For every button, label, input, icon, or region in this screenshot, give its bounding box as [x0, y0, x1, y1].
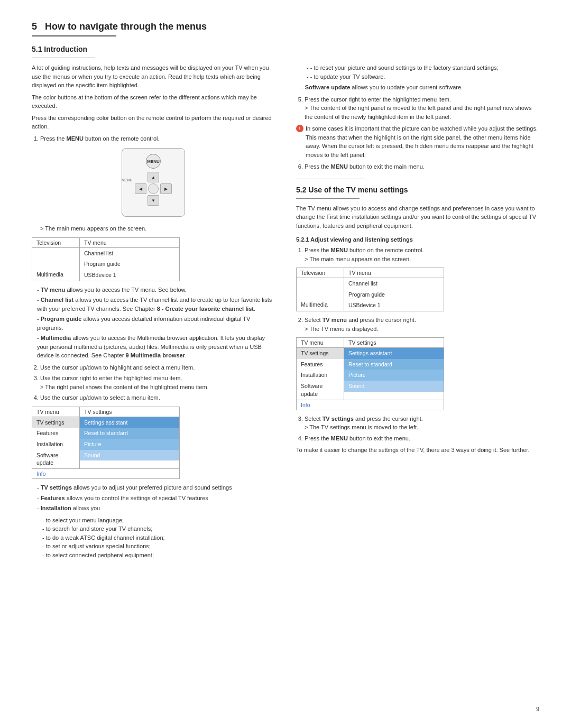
- menu-left-multimedia: Multimedia: [32, 269, 79, 280]
- step-3: Use the cursor right to enter the highli…: [40, 374, 275, 391]
- tv-settings-bold-s3: TV settings: [323, 416, 354, 422]
- dash-chapter-8-bold: 8 - Create your favorite channel list: [157, 306, 254, 312]
- menu-right-reset: Reset to standard: [80, 428, 179, 439]
- right-column: - to reset your picture and sound settin…: [296, 21, 539, 561]
- menu-left-header-1: Television: [32, 238, 80, 247]
- dash-multimedia: Multimedia allows you to access the Mult…: [37, 334, 275, 360]
- right-step-6-list: Press the MENU button to exit the main m…: [305, 162, 539, 171]
- menu-label-side: MENU: [122, 178, 133, 182]
- software-update-para: - Software update allows you to update y…: [301, 83, 539, 92]
- dash-chapter-9-bold: 9 Multimedia browser: [126, 352, 185, 358]
- dpad-right: ▶: [160, 183, 172, 194]
- menu-r1-multimedia: Multimedia: [297, 299, 344, 310]
- menu-right-channel: Channel list: [80, 248, 179, 259]
- dash-channel-list: Channel list allows you to access the TV…: [37, 296, 275, 313]
- menu-r2-reset: Reset to standard: [344, 359, 444, 370]
- menu-body-left-r2: TV settings Features Installation Softwa…: [297, 348, 344, 399]
- indent-item-4: to set or adjust various special functio…: [42, 542, 275, 551]
- menu-table-r1: Television TV menu Multimedia Channel li…: [296, 268, 444, 311]
- page-number: 9: [536, 706, 539, 712]
- subsection-5-2-1: 5.2.1 Adjust viewing and listening setti…: [296, 236, 539, 455]
- menu-header-row-1: Television TV menu: [32, 238, 179, 248]
- section-5-1: 5.1 Introduction A lot of guiding instru…: [32, 45, 275, 559]
- chapter-title: How to navigate through the menus: [45, 21, 207, 32]
- subsec-step-2: Select TV menu and press the cursor righ…: [305, 316, 539, 333]
- software-update-text: allows you to update your current softwa…: [350, 84, 463, 90]
- dash-channel-list-bold: Channel list: [41, 297, 73, 303]
- dash-installation: Installation allows you: [37, 504, 275, 513]
- section-5-2-divider: [296, 179, 365, 179]
- info-label-r2: Info: [301, 402, 310, 408]
- menu-r2-settings-assistant: Settings assistant: [344, 348, 444, 359]
- step-5: Press the cursor right to enter the high…: [305, 95, 539, 122]
- dash-program-guide: Program guide allows you access detailed…: [37, 315, 275, 332]
- menu-table-2: TV menu TV settings TV settings Features…: [32, 407, 180, 479]
- menu-right-program: Program guide: [80, 259, 179, 270]
- menu-body-r1: Multimedia Channel list Program guide US…: [297, 278, 444, 311]
- arrow-step-3: The right panel shows the content of the…: [40, 383, 275, 392]
- section-5-2-underline: [296, 198, 360, 199]
- indent-item-5: to select connected peripheral equipment…: [42, 551, 275, 560]
- menu-left-spacer2: [32, 259, 79, 269]
- dpad-up: ▲: [148, 172, 159, 182]
- subsection-5-2-1-heading: 5.2.1 Adjust viewing and listening setti…: [296, 236, 539, 243]
- menu-left-software-update: Software update: [32, 450, 79, 468]
- indent-item-3: to do a weak ATSC digital channel instal…: [42, 533, 275, 542]
- menu-right-usb: USBdevice 1: [80, 270, 179, 281]
- menu-header-row-r2: TV menu TV settings: [297, 338, 444, 348]
- menu-footer-2: Info: [32, 468, 179, 478]
- menu-footer-r2: Info: [297, 400, 444, 410]
- dash-tv-menu-bold: TV menu: [41, 287, 65, 293]
- chapter-number: 5: [32, 21, 37, 32]
- menu-body-left-2: TV settings Features Installation Softwa…: [32, 417, 80, 468]
- indent-item-1: to select your menu language;: [42, 516, 275, 525]
- subsec-arrow-1: The main menu appears on the screen.: [305, 255, 539, 264]
- dpad-center: [148, 183, 159, 194]
- info-label-2: Info: [36, 471, 46, 477]
- menu-r1-channel: Channel list: [344, 278, 444, 289]
- intro-para-1: A lot of guiding instructions, help text…: [32, 63, 275, 90]
- menu-right-sound: Sound: [80, 450, 179, 461]
- subsec-arrow-3: The TV settings menu is moved to the lef…: [305, 423, 539, 432]
- dash-multimedia-bold: Multimedia: [41, 335, 71, 341]
- arrow-step-5: The content of the right panel is moved …: [305, 104, 539, 121]
- left-column: 5 How to navigate through the menus 5.1 …: [32, 21, 275, 561]
- software-update-bold: Software update: [305, 84, 351, 90]
- dash-tv-menu: TV menu allows you to access the TV menu…: [37, 285, 275, 294]
- subsec-arrow-2: The TV menu is displayed.: [305, 325, 539, 334]
- note-block: i In some cases it is important that the…: [296, 124, 539, 159]
- info-circle-icon: i: [296, 125, 303, 132]
- note-text: In some cases it is important that the p…: [306, 124, 539, 159]
- subsec-step-4: Press the MENU button to exit the menu.: [305, 434, 539, 443]
- subsec-step-3: Select TV settings and press the cursor …: [305, 414, 539, 432]
- dpad: ▲ ◀ ▶ ▼: [135, 172, 172, 206]
- dash-list-2: TV settings allows you to adjust your pr…: [37, 483, 275, 513]
- menu-bold: MENU: [67, 135, 84, 142]
- closing-para: To make it easier to change the settings…: [296, 446, 539, 455]
- menu-bold-sub1: MENU: [331, 247, 348, 253]
- menu-header-row-2: TV menu TV settings: [32, 407, 179, 417]
- menu-right-header-2: TV settings: [80, 407, 179, 417]
- menu-right-header-r1: TV menu: [344, 268, 444, 278]
- section-5-2: 5.2 Use of the TV menu settings The TV m…: [296, 186, 539, 455]
- right-indent-update: - to update your TV software.: [307, 72, 539, 81]
- menu-right-header-1: TV menu: [80, 238, 179, 247]
- menu-r1-usb: USBdevice 1: [344, 300, 444, 311]
- section-5-2-heading: 5.2 Use of the TV menu settings: [296, 186, 539, 194]
- dash-list-1: TV menu allows you to access the TV menu…: [37, 285, 275, 360]
- menu-body-r2: TV settings Features Installation Softwa…: [297, 348, 444, 399]
- menu-r2-picture: Picture: [344, 370, 444, 381]
- subsec-steps-3-list: Select TV settings and press the cursor …: [305, 414, 539, 443]
- subsec-step-1: Press the MENU button on the remote cont…: [305, 246, 539, 263]
- tv-menu-bold-s2: TV menu: [323, 317, 347, 323]
- intro-para-3: Press the corresponding color button on …: [32, 114, 275, 131]
- menu-r2-tv-settings: TV settings: [297, 348, 344, 359]
- menu-body-left-r1: Multimedia: [297, 278, 344, 311]
- step-2: Use the cursor up/down to highlight and …: [40, 363, 275, 372]
- dash-installation-bold: Installation: [41, 505, 71, 511]
- step-6: Press the MENU button to exit the main m…: [305, 162, 539, 171]
- dash-features: Features allows you to control the setti…: [37, 494, 275, 503]
- steps-2-4-list: Use the cursor up/down to highlight and …: [40, 363, 275, 402]
- dash-program-guide-bold: Program guide: [41, 316, 82, 322]
- right-indent-continue: - to reset your picture and sound settin…: [307, 63, 539, 81]
